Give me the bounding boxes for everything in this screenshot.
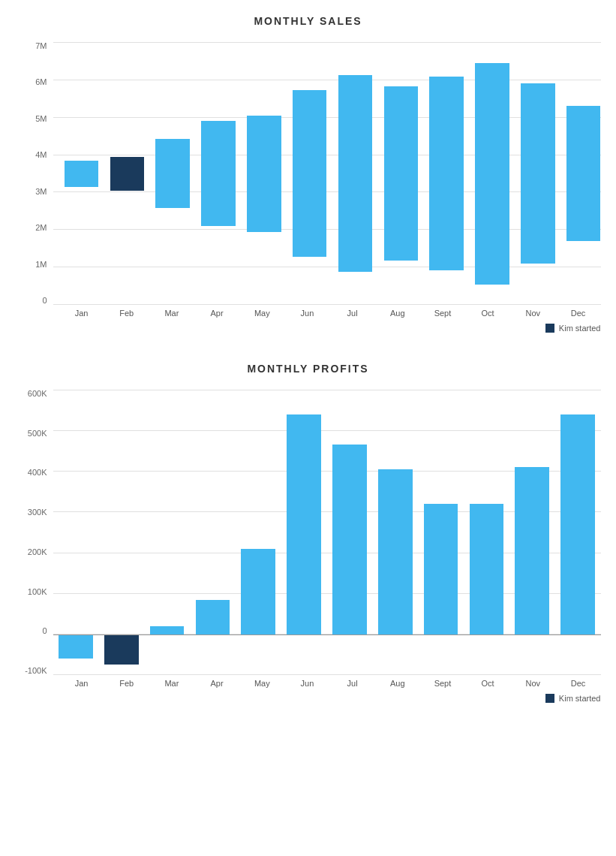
profits-x-label: Sept (420, 675, 465, 688)
sales-bar (384, 86, 419, 261)
profits-bar (378, 469, 413, 634)
sales-y-label: 2M (35, 224, 47, 232)
profit-bar-group (464, 390, 509, 675)
profits-legend-label: Kim started (559, 694, 601, 703)
sales-chart-area: 7M6M5M4M3M2M1M0 (16, 42, 601, 305)
sales-bar (65, 161, 99, 187)
sales-bar (110, 157, 145, 191)
profit-bar-group (372, 390, 418, 675)
sales-legend-label: Kim started (559, 324, 601, 333)
profits-bar (332, 445, 367, 634)
profit-bar-group (326, 390, 372, 675)
profits-bar (241, 549, 275, 634)
profits-chart-container: MONTHLY PROFITS 600K500K400K300K200K100K… (16, 363, 601, 703)
profits-x-label: May (239, 675, 284, 688)
profits-bar (287, 414, 321, 634)
profits-y-label: 400K (28, 469, 47, 477)
sales-legend-box (545, 324, 554, 333)
sales-bar (475, 63, 509, 285)
sales-y-axis: 7M6M5M4M3M2M1M0 (16, 42, 53, 305)
sales-bar (293, 90, 327, 258)
profits-bar (104, 634, 139, 665)
profits-x-label: Nov (510, 675, 555, 688)
bar-group (53, 42, 99, 305)
sales-bar (201, 121, 236, 226)
sales-y-label: 4M (35, 151, 47, 159)
sales-x-label: Jan (59, 305, 104, 318)
sales-legend: Kim started (16, 324, 601, 333)
profits-bar (150, 626, 185, 634)
profits-bar (515, 467, 549, 634)
profits-y-label: 500K (28, 430, 47, 438)
profit-bar-group (144, 390, 190, 675)
profits-x-label: Aug (375, 675, 420, 688)
profits-bar (424, 504, 458, 634)
profits-y-label: 600K (28, 390, 47, 398)
bar-group (236, 42, 281, 305)
sales-chart-title: MONTHLY SALES (16, 15, 601, 27)
sales-bar (429, 77, 464, 270)
bar-group (372, 42, 418, 305)
sales-x-label: Mar (149, 305, 194, 318)
bar-group (464, 42, 509, 305)
profits-x-label: Feb (104, 675, 149, 688)
profits-x-label: Jul (330, 675, 375, 688)
bar-group (144, 42, 190, 305)
profits-y-label: 0 (42, 627, 47, 635)
bar-group (509, 42, 555, 305)
profits-chart-inner (53, 390, 601, 675)
sales-bar (155, 139, 190, 209)
profits-x-label: Dec (555, 675, 600, 688)
profits-chart-title: MONTHLY PROFITS (16, 363, 601, 375)
sales-y-label: 6M (35, 78, 47, 86)
sales-chart-container: MONTHLY SALES 7M6M5M4M3M2M1M0 JanFebMarA… (16, 15, 601, 333)
profits-x-label: Jun (284, 675, 329, 688)
profit-bar-group (281, 390, 327, 675)
sales-x-label: Apr (194, 305, 239, 318)
profits-y-label: 200K (28, 548, 47, 556)
sales-y-label: 3M (35, 188, 47, 196)
sales-y-label: 1M (35, 261, 47, 269)
profit-bar-group (53, 390, 99, 675)
bar-group (190, 42, 236, 305)
sales-chart-inner (53, 42, 601, 305)
profits-x-label: Jan (59, 675, 104, 688)
profit-bar-group (236, 390, 281, 675)
profits-bar (470, 504, 504, 634)
sales-x-label: Jun (284, 305, 329, 318)
profit-bar-group (509, 390, 555, 675)
sales-y-label: 0 (42, 297, 47, 305)
bar-group (418, 42, 464, 305)
profits-y-label: 300K (28, 508, 47, 517)
profits-chart-area: 600K500K400K300K200K100K0-100K (16, 390, 601, 675)
sales-x-label: Sept (420, 305, 465, 318)
sales-x-label: Oct (465, 305, 510, 318)
bar-group (555, 42, 601, 305)
profits-legend-box (545, 694, 554, 703)
profit-bar-group (418, 390, 464, 675)
profit-bar-group (190, 390, 236, 675)
profits-bar (560, 414, 595, 634)
profits-y-label: -100K (25, 667, 47, 675)
profits-bar (196, 600, 230, 634)
sales-y-label: 5M (35, 115, 47, 123)
bar-group (326, 42, 372, 305)
bar-group (98, 42, 144, 305)
sales-x-label: Aug (375, 305, 420, 318)
sales-x-label: Nov (510, 305, 555, 318)
profits-legend: Kim started (16, 694, 601, 703)
sales-bar (566, 106, 601, 241)
sales-bar (247, 116, 281, 232)
profit-bar-group (555, 390, 601, 675)
bar-group (281, 42, 327, 305)
profits-x-label: Apr (194, 675, 239, 688)
sales-bar (338, 75, 373, 273)
sales-x-label: Feb (104, 305, 149, 318)
sales-x-label: Jul (330, 305, 375, 318)
sales-x-label: Dec (555, 305, 600, 318)
sales-x-label: May (239, 305, 284, 318)
sales-bar (521, 83, 555, 264)
profits-x-label: Oct (465, 675, 510, 688)
profits-x-label: Mar (149, 675, 194, 688)
profits-bar (59, 634, 93, 659)
